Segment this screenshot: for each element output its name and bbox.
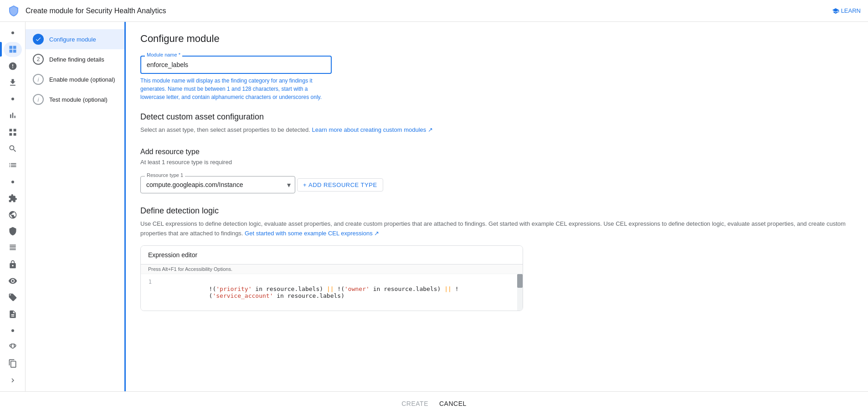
nav-expand-button[interactable] — [4, 373, 22, 388]
module-name-input[interactable] — [140, 56, 332, 74]
nav-server-icon[interactable] — [4, 240, 22, 255]
bottom-bar: CREATE CANCEL — [0, 391, 868, 415]
learn-icon — [832, 7, 839, 15]
create-button[interactable]: CREATE — [401, 400, 428, 407]
step-configure-circle — [33, 34, 44, 45]
nav-eye-icon[interactable] — [4, 274, 22, 288]
nav-doc-icon[interactable] — [4, 307, 22, 322]
nav-dot-lower — [4, 174, 22, 189]
cel-expressions-link[interactable]: Get started with some example CEL expres… — [245, 230, 379, 237]
detection-logic-title: Define detection logic — [140, 206, 853, 216]
code-line-1: 1 !('priority' in resource.labels) || !(… — [141, 278, 523, 307]
code-content-1: !('priority' in resource.labels) || !('o… — [159, 279, 523, 306]
left-navigation — [0, 22, 26, 391]
detection-logic-desc: Use CEL expressions to define detection … — [140, 219, 853, 239]
page-header-title: Create module for Security Health Analyt… — [26, 7, 166, 15]
content-area: Configure module Module name * This modu… — [126, 22, 868, 391]
add-resource-label: ADD RESOURCE TYPE — [308, 182, 377, 188]
cel-link-external-icon: ↗ — [374, 230, 379, 237]
step-define-label: Define finding details — [49, 56, 104, 63]
add-resource-section: Add resource type At least 1 resource ty… — [140, 148, 853, 193]
external-link-icon: ↗ — [428, 126, 433, 133]
main-layout: Configure module 2 Define finding detail… — [0, 22, 868, 391]
nav-dot-top — [4, 26, 22, 40]
step-enable[interactable]: i Enable module (optional) — [26, 69, 124, 89]
step-test-circle: i — [33, 94, 44, 105]
expression-accessibility-hint: Press Alt+F1 for Accessibility Options. — [141, 265, 523, 274]
nav-search-icon[interactable] — [4, 141, 22, 156]
detect-asset-desc: Select an asset type, then select asset … — [140, 125, 853, 135]
expression-editor-body[interactable]: 1 !('priority' in resource.labels) || !(… — [141, 274, 523, 311]
expression-editor-title: Expression editor — [141, 246, 523, 265]
add-resource-plus-icon: + — [303, 182, 307, 188]
cancel-button[interactable]: CANCEL — [439, 400, 467, 407]
nav-download-icon[interactable] — [4, 75, 22, 90]
step-define-circle: 2 — [33, 54, 44, 65]
stepper-sidebar: Configure module 2 Define finding detail… — [26, 22, 126, 391]
step-enable-label: Enable module (optional) — [49, 76, 115, 83]
nav-grid-icon[interactable] — [4, 125, 22, 140]
resource-type-select[interactable]: compute.googleapis.com/Instance — [140, 176, 295, 193]
resource-required-text: At least 1 resource type is required — [140, 159, 853, 166]
nav-puzzle-icon[interactable] — [4, 191, 22, 206]
scrollbar[interactable] — [517, 274, 523, 311]
resource-type-label: Resource type 1 — [145, 172, 185, 178]
line-number-1: 1 — [141, 279, 159, 285]
nav-alert-icon[interactable] — [4, 59, 22, 73]
learn-more-link[interactable]: Learn more about creating custom modules… — [312, 126, 433, 133]
step-test[interactable]: i Test module (optional) — [26, 89, 124, 109]
module-name-hint: This module name will display as the fin… — [140, 77, 332, 101]
nav-bar-chart-icon[interactable] — [4, 108, 22, 123]
module-name-group: Module name * This module name will disp… — [140, 56, 853, 101]
step-define[interactable]: 2 Define finding details — [26, 49, 124, 69]
step-configure[interactable]: Configure module — [26, 29, 124, 49]
detection-logic-section: Define detection logic Use CEL expressio… — [140, 206, 853, 311]
app-logo — [7, 5, 20, 17]
nav-dot-middle — [4, 92, 22, 106]
resource-type-select-wrapper: Resource type 1 compute.googleapis.com/I… — [140, 176, 295, 193]
step-test-label: Test module (optional) — [49, 96, 108, 103]
top-bar: Create module for Security Health Analyt… — [0, 0, 868, 22]
nav-trophy-icon[interactable] — [4, 340, 22, 354]
page-title: Configure module — [140, 33, 853, 45]
expression-editor: Expression editor Press Alt+F1 for Acces… — [140, 245, 523, 311]
detect-asset-title: Detect custom asset configuration — [140, 112, 853, 122]
scrollbar-thumb — [517, 274, 523, 288]
step-configure-label: Configure module — [49, 36, 96, 43]
module-name-wrapper: Module name * — [140, 56, 332, 74]
nav-copy-icon[interactable] — [4, 356, 22, 371]
learn-label: LEARN — [841, 7, 861, 14]
nav-dot-bottom — [4, 323, 22, 338]
nav-shield-icon[interactable] — [4, 224, 22, 239]
nav-lock-icon[interactable] — [4, 257, 22, 272]
nav-dashboard-icon[interactable] — [4, 42, 22, 57]
add-resource-type-button[interactable]: + ADD RESOURCE TYPE — [297, 178, 383, 192]
step-enable-circle: i — [33, 74, 44, 85]
detect-asset-section: Detect custom asset configuration Select… — [140, 112, 853, 135]
learn-button[interactable]: LEARN — [832, 7, 861, 15]
add-resource-title: Add resource type — [140, 148, 853, 156]
nav-tag-icon[interactable] — [4, 290, 22, 305]
nav-globe-icon[interactable] — [4, 208, 22, 222]
module-name-label: Module name * — [145, 52, 182, 57]
nav-list-icon[interactable] — [4, 158, 22, 172]
